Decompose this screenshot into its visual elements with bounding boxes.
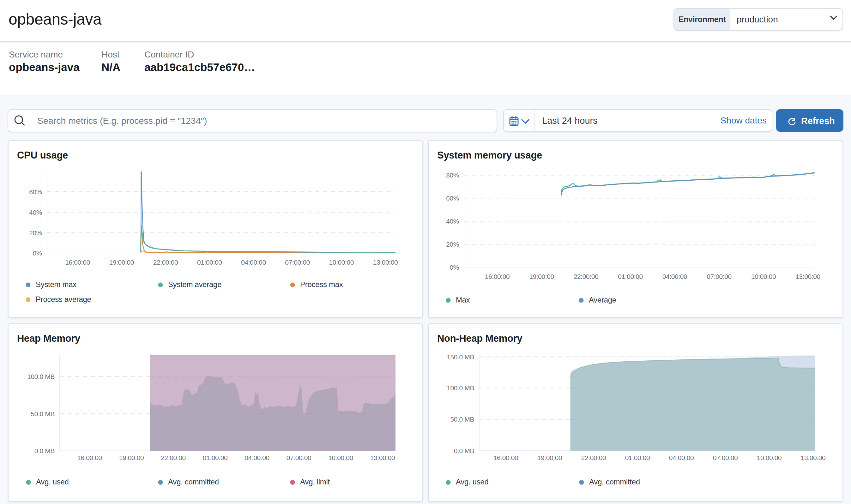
- svg-text:150.0 MB: 150.0 MB: [447, 353, 474, 361]
- svg-text:10:00:00: 10:00:00: [751, 273, 776, 280]
- svg-text:50.0 MB: 50.0 MB: [450, 416, 474, 423]
- svg-text:100.0 MB: 100.0 MB: [27, 373, 55, 380]
- svg-text:40%: 40%: [446, 218, 459, 225]
- svg-text:100.0 MB: 100.0 MB: [447, 384, 474, 392]
- svg-text:22:00:00: 22:00:00: [574, 273, 599, 280]
- svg-text:10:00:00: 10:00:00: [328, 454, 353, 461]
- svg-text:07:00:00: 07:00:00: [707, 273, 732, 280]
- svg-text:19:00:00: 19:00:00: [109, 259, 134, 266]
- svg-text:22:00:00: 22:00:00: [161, 454, 186, 461]
- svg-text:40%: 40%: [29, 209, 42, 216]
- svg-text:Process average: Process average: [36, 295, 91, 304]
- svg-text:System max: System max: [36, 280, 76, 289]
- svg-text:01:00:00: 01:00:00: [618, 273, 643, 280]
- svg-text:19:00:00: 19:00:00: [537, 454, 562, 461]
- svg-text:01:00:00: 01:00:00: [203, 454, 228, 461]
- svg-text:10:00:00: 10:00:00: [757, 454, 782, 461]
- svg-text:20%: 20%: [29, 229, 42, 236]
- svg-text:04:00:00: 04:00:00: [241, 259, 266, 266]
- svg-text:0%: 0%: [33, 250, 42, 257]
- svg-text:0%: 0%: [449, 264, 459, 271]
- svg-text:10:00:00: 10:00:00: [329, 259, 354, 266]
- svg-text:0.0 MB: 0.0 MB: [454, 447, 474, 454]
- svg-text:Avg. committed: Avg. committed: [589, 478, 640, 486]
- svg-text:0.0 MB: 0.0 MB: [34, 447, 55, 454]
- svg-text:16:00:00: 16:00:00: [493, 454, 518, 461]
- svg-text:Average: Average: [589, 295, 616, 304]
- svg-text:04:00:00: 04:00:00: [662, 273, 687, 280]
- svg-text:07:00:00: 07:00:00: [713, 454, 738, 461]
- svg-text:13:00:00: 13:00:00: [370, 454, 395, 461]
- svg-text:04:00:00: 04:00:00: [245, 454, 269, 461]
- svg-text:60%: 60%: [29, 188, 42, 196]
- svg-text:Process max: Process max: [300, 280, 343, 289]
- svg-text:60%: 60%: [446, 195, 459, 202]
- svg-text:13:00:00: 13:00:00: [373, 259, 398, 266]
- svg-text:16:00:00: 16:00:00: [485, 273, 510, 280]
- svg-text:16:00:00: 16:00:00: [65, 259, 90, 266]
- svg-text:System average: System average: [168, 280, 221, 289]
- svg-text:19:00:00: 19:00:00: [529, 273, 554, 280]
- svg-text:Avg. limit: Avg. limit: [300, 478, 330, 486]
- svg-text:22:00:00: 22:00:00: [581, 454, 606, 461]
- svg-text:01:00:00: 01:00:00: [625, 454, 650, 461]
- svg-text:04:00:00: 04:00:00: [669, 454, 694, 461]
- svg-text:80%: 80%: [446, 172, 459, 179]
- svg-text:16:00:00: 16:00:00: [77, 454, 102, 461]
- svg-text:22:00:00: 22:00:00: [153, 259, 178, 266]
- svg-text:19:00:00: 19:00:00: [119, 454, 144, 461]
- svg-text:50.0 MB: 50.0 MB: [31, 410, 55, 417]
- svg-text:Avg. used: Avg. used: [36, 478, 69, 486]
- svg-text:13:00:00: 13:00:00: [801, 454, 826, 461]
- svg-text:13:00:00: 13:00:00: [795, 273, 820, 280]
- svg-text:Max: Max: [456, 295, 470, 304]
- svg-text:Avg. used: Avg. used: [456, 478, 489, 486]
- svg-text:20%: 20%: [446, 241, 459, 248]
- svg-text:07:00:00: 07:00:00: [285, 259, 310, 266]
- svg-text:Avg. committed: Avg. committed: [168, 478, 219, 486]
- svg-text:07:00:00: 07:00:00: [286, 454, 312, 461]
- svg-text:01:00:00: 01:00:00: [197, 259, 222, 266]
